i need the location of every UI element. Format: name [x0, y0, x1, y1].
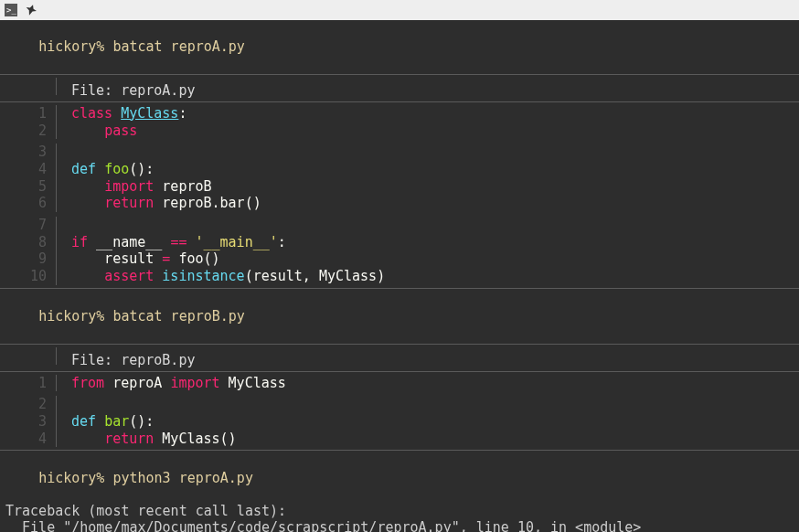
code-content: if __name__ == '__main__': [57, 234, 286, 250]
code-content: return MyClass() [57, 431, 237, 447]
code-line: 2 [0, 391, 799, 413]
gutter [0, 347, 57, 365]
batcat-rule-top [0, 74, 799, 75]
code-content: pass [57, 122, 137, 139]
line-number: 8 [0, 234, 57, 251]
command-text: batcat reproB.py [112, 308, 245, 325]
shell-prompt: hickory% [38, 308, 104, 325]
command-text: batcat reproA.py [112, 38, 245, 55]
batcat-rule-top [0, 344, 799, 345]
batcat-rule-mid [0, 371, 799, 372]
terminal-icon: >_ [4, 3, 18, 17]
fileA-code: 1class MyClass:2 pass34def foo():5 impor… [0, 105, 799, 285]
batcat-rule-bottom [0, 288, 799, 289]
pin-icon[interactable] [24, 3, 38, 17]
line-number: 4 [0, 161, 57, 178]
file-header: File: reproB.py [57, 352, 195, 368]
line-number: 4 [0, 431, 57, 448]
file-header: File: reproA.py [57, 82, 195, 99]
line-number: 3 [0, 144, 57, 161]
code-line: 8if __name__ == '__main__': [0, 234, 799, 251]
code-line: 4 return MyClass() [0, 431, 799, 448]
code-content: class MyClass: [57, 105, 186, 122]
line-number: 6 [0, 195, 57, 212]
line-number: 3 [0, 413, 57, 431]
window-titlebar: >_ [0, 0, 799, 20]
code-line: 5 import reproB [0, 178, 799, 196]
code-content: from reproA import MyClass [57, 375, 286, 391]
line-number: 9 [0, 250, 57, 268]
batcat-header-row: File: reproB.py [0, 347, 799, 368]
line-number: 1 [0, 105, 57, 122]
code-content: import reproB [57, 178, 212, 195]
code-content [57, 212, 71, 229]
fileB-code: 1from reproA import MyClass23def bar():4… [0, 375, 799, 448]
batcat-header-row: File: reproA.py [0, 78, 799, 99]
code-content: result = foo() [57, 250, 220, 267]
code-line: 10 assert isinstance(result, MyClass) [0, 268, 799, 285]
prompt-line: hickory% python3 reproA.py [0, 453, 799, 503]
line-number: 10 [0, 268, 57, 285]
svg-text:>_: >_ [6, 5, 16, 15]
code-content: def bar(): [57, 413, 154, 430]
batcat-rule-bottom [0, 450, 799, 451]
code-line: 3 [0, 139, 799, 161]
traceback-line: File "/home/max/Documents/code/scrapscri… [0, 519, 799, 532]
line-number: 5 [0, 178, 57, 196]
code-line: 2 pass [0, 122, 799, 140]
command-text: python3 reproA.py [112, 470, 253, 486]
line-number: 1 [0, 375, 57, 392]
code-content: assert isinstance(result, MyClass) [57, 268, 385, 284]
traceback-line: Traceback (most recent call last): [0, 503, 799, 519]
shell-prompt: hickory% [38, 470, 104, 486]
line-number: 2 [0, 122, 57, 140]
code-content: return reproB.bar() [57, 195, 261, 211]
gutter [0, 78, 57, 95]
code-line: 6 return reproB.bar() [0, 195, 799, 212]
code-content: def foo(): [57, 161, 154, 177]
terminal-output[interactable]: hickory% batcat reproA.py File: reproA.p… [0, 20, 799, 532]
code-line: 1class MyClass: [0, 105, 799, 122]
prompt-line: hickory% batcat reproB.py [0, 292, 799, 341]
code-line: 9 result = foo() [0, 250, 799, 268]
code-line: 3def bar(): [0, 413, 799, 431]
line-number: 2 [0, 396, 57, 413]
code-line: 4def foo(): [0, 161, 799, 178]
code-line: 1from reproA import MyClass [0, 375, 799, 392]
shell-prompt: hickory% [38, 38, 104, 55]
line-number: 7 [0, 217, 57, 234]
code-content [57, 139, 71, 156]
code-line: 7 [0, 212, 799, 234]
code-content [57, 391, 71, 409]
batcat-rule-mid [0, 101, 799, 102]
prompt-line: hickory% batcat reproA.py [0, 22, 799, 71]
